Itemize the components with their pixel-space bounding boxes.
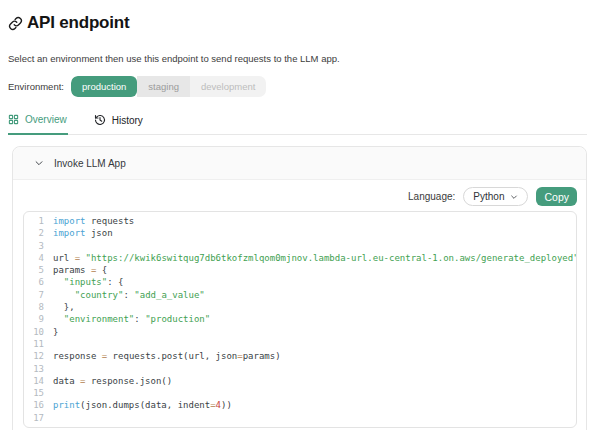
line-number: 16 — [24, 399, 44, 411]
invoke-llm-app-header[interactable]: Invoke LLM App — [13, 147, 586, 180]
page-title: API endpoint — [27, 13, 129, 33]
code-line: 9 "environment": "production" — [24, 313, 576, 325]
history-icon — [94, 114, 106, 126]
code-line: 6 "inputs": { — [24, 276, 576, 288]
code-line: 17 — [24, 412, 576, 424]
panel-title: Invoke LLM App — [54, 158, 126, 169]
language-toolbar: Language: Python Copy — [23, 186, 577, 207]
environment-segmented-control: production staging development — [71, 76, 266, 97]
page-header: API endpoint — [8, 13, 587, 33]
language-select-value: Python — [473, 191, 504, 202]
tab-history-label: History — [112, 115, 143, 126]
env-option-production[interactable]: production — [71, 76, 137, 97]
line-number: 9 — [24, 313, 44, 325]
line-number: 2 — [24, 227, 44, 239]
link-icon — [8, 16, 23, 31]
invoke-llm-app-card: Invoke LLM App Language: Python Copy 1im… — [12, 146, 587, 430]
line-number: 17 — [24, 412, 44, 424]
line-number: 13 — [24, 363, 44, 375]
environment-label: Environment: — [8, 81, 64, 92]
code-block: 1import requests2import json34url = "htt… — [23, 211, 577, 428]
code-line: 11 — [24, 338, 576, 350]
grid-icon — [8, 114, 19, 125]
code-line: 12response = requests.post(url, json=par… — [24, 350, 576, 362]
language-select[interactable]: Python — [463, 187, 528, 206]
panel-body: Language: Python Copy 1import requests2i… — [13, 180, 586, 430]
code-lines: 1import requests2import json34url = "htt… — [24, 215, 576, 424]
environment-selector: Environment: production staging developm… — [8, 76, 587, 97]
code-line: 8 }, — [24, 301, 576, 313]
code-line: 3 — [24, 240, 576, 252]
tab-overview-label: Overview — [25, 114, 67, 125]
env-option-staging[interactable]: staging — [137, 76, 190, 97]
code-line: 10} — [24, 326, 576, 338]
tab-history[interactable]: History — [94, 112, 144, 134]
code-line: 2import json — [24, 227, 576, 239]
code-line: 13 — [24, 363, 576, 375]
code-line: 5params = { — [24, 264, 576, 276]
api-endpoint-page: API endpoint Select an environment then … — [0, 0, 600, 430]
code-line: 15 — [24, 387, 576, 399]
line-number: 14 — [24, 375, 44, 387]
line-number: 5 — [24, 264, 44, 276]
code-line: 7 "country": "add_a_value" — [24, 289, 576, 301]
select-chevron-down-icon — [510, 193, 518, 201]
page-description: Select an environment then use this endp… — [8, 53, 587, 64]
line-number: 1 — [24, 215, 44, 227]
line-number: 12 — [24, 350, 44, 362]
copy-button[interactable]: Copy — [536, 187, 577, 206]
line-number: 7 — [24, 289, 44, 301]
code-line: 4url = "https://kwik6switqug7db6tkofzmlq… — [24, 252, 576, 264]
code-line: 14data = response.json() — [24, 375, 576, 387]
line-number: 15 — [24, 387, 44, 399]
line-number: 10 — [24, 326, 44, 338]
tab-overview[interactable]: Overview — [8, 112, 68, 135]
code-line: 16print(json.dumps(data, indent=4)) — [24, 399, 576, 411]
code-line: 1import requests — [24, 215, 576, 227]
line-number: 3 — [24, 240, 44, 252]
language-label: Language: — [408, 191, 455, 202]
line-number: 4 — [24, 252, 44, 264]
env-option-development[interactable]: development — [190, 76, 266, 97]
tab-bar: Overview History — [8, 112, 587, 135]
line-number: 11 — [24, 338, 44, 350]
line-number: 6 — [24, 276, 44, 288]
chevron-down-icon — [34, 158, 44, 168]
line-number: 8 — [24, 301, 44, 313]
